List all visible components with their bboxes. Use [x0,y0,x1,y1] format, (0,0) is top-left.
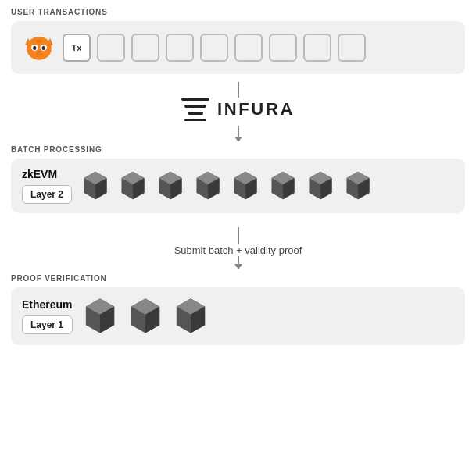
submit-text: Submit batch + validity proof [174,244,302,256]
svg-point-7 [33,46,36,50]
cube-b7 [305,170,336,201]
tx-empty-2 [131,34,159,62]
batch-layer-name: zkEVM [22,168,72,180]
connector-line-1 [238,82,239,98]
svg-point-9 [38,51,41,53]
svg-rect-12 [188,112,203,115]
tx-card: Tx [11,21,465,74]
svg-point-8 [42,46,45,50]
metamask-icon [22,30,56,65]
submit-connector: Submit batch + validity proof [11,227,465,256]
svg-rect-10 [181,98,209,101]
batch-processing-section: BATCH PROCESSING zkEVM Layer 2 [11,145,465,213]
proof-verification-label: PROOF VERIFICATION [11,274,465,283]
submit-connector-line [238,227,239,244]
user-transactions-label: USER TRANSACTIONS [11,8,465,16]
cube-b8 [342,170,374,201]
cube-b6 [267,170,299,201]
proof-layer-info: Ethereum Layer 1 [22,298,73,334]
submit-arrow-line [238,256,239,264]
proof-layer-badge: Layer 1 [22,315,73,334]
cube-p2 [126,297,165,336]
connector-1 [11,82,465,98]
batch-cubes-row [80,170,454,201]
batch-processing-label: BATCH PROCESSING [11,145,465,154]
proof-verification-section: PROOF VERIFICATION Ethereum Layer 1 [11,274,465,345]
infura-logo: INFURA [181,98,295,121]
cube-p3 [171,297,210,336]
batch-layer-info: zkEVM Layer 2 [22,168,72,204]
cube-b2 [117,170,149,201]
svg-rect-13 [184,119,206,121]
proof-layer-card: Ethereum Layer 1 [11,287,465,345]
infura-connector-line [238,126,239,137]
proof-cubes-row [81,297,454,336]
cube-b1 [80,170,111,201]
cube-b4 [192,170,224,201]
infura-connector-arrow [234,137,242,142]
infura-section: INFURA [11,98,465,142]
infura-symbol-icon [181,98,209,121]
tx-empty-7 [303,34,331,62]
tx-empty-8 [338,34,366,62]
submit-arrow-container [11,256,465,269]
tx-box: Tx [63,34,91,62]
cube-b3 [155,170,186,201]
tx-empty-4 [200,34,228,62]
tx-empty-5 [234,34,263,62]
proof-layer-name: Ethereum [22,298,73,311]
submit-arrow [234,264,242,269]
tx-empty-1 [97,34,125,62]
page: USER TRANSACTIONS [0,0,476,474]
tx-empty-6 [269,34,297,62]
batch-layer-card: zkEVM Layer 2 [11,159,465,213]
svg-rect-11 [184,105,206,108]
batch-layer-badge: Layer 2 [22,185,72,204]
tx-empty-3 [166,34,194,62]
infura-name: INFURA [217,99,295,119]
cube-p1 [81,297,120,336]
user-transactions-section: USER TRANSACTIONS [11,8,465,74]
cube-b5 [230,170,261,201]
